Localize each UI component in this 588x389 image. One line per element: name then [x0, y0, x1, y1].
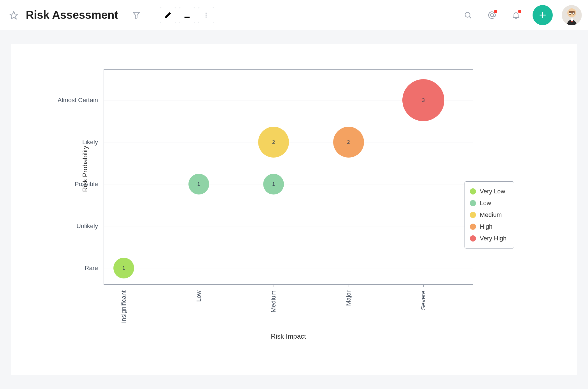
legend-swatch	[470, 224, 476, 230]
gridline	[104, 268, 473, 268]
gridline	[104, 69, 473, 70]
filter-icon[interactable]	[129, 8, 144, 23]
legend-item[interactable]: Low	[470, 197, 507, 209]
mentions-icon[interactable]	[484, 8, 500, 23]
svg-marker-0	[10, 11, 18, 19]
svg-line-6	[470, 17, 471, 18]
x-tick-label: Low	[195, 290, 202, 302]
svg-marker-1	[133, 12, 140, 19]
notifications-badge	[518, 10, 521, 13]
svg-point-7	[491, 13, 494, 17]
svg-point-5	[465, 12, 470, 17]
legend-label: Medium	[480, 211, 502, 219]
risk-bubble[interactable]: 1	[113, 258, 134, 278]
search-icon[interactable]	[460, 8, 475, 23]
legend-swatch	[470, 212, 476, 218]
bell-icon[interactable]	[508, 8, 524, 23]
mentions-badge	[494, 10, 497, 13]
svg-point-2	[206, 13, 207, 14]
divider	[152, 8, 152, 22]
x-tick	[199, 284, 199, 287]
legend-item[interactable]: Very High	[470, 233, 507, 244]
x-tick-label: Medium	[270, 290, 277, 312]
y-tick-label: Rare	[50, 264, 98, 272]
legend-label: Low	[480, 200, 491, 207]
download-button[interactable]	[179, 7, 195, 23]
x-tick	[423, 284, 424, 287]
user-avatar[interactable]	[562, 5, 582, 25]
plot-area: 111223	[104, 69, 473, 285]
star-icon[interactable]	[6, 8, 21, 23]
more-button[interactable]	[198, 7, 214, 23]
legend-label: High	[480, 223, 493, 230]
svg-point-14	[572, 12, 575, 15]
legend-swatch	[470, 200, 476, 206]
legend-item[interactable]: High	[470, 221, 507, 233]
gridline	[104, 184, 473, 184]
svg-rect-15	[571, 18, 573, 21]
x-tick	[274, 284, 274, 287]
risk-bubble[interactable]: 2	[333, 127, 364, 158]
y-axis-title: Risk Probability	[81, 61, 89, 276]
risk-bubble[interactable]: 2	[258, 127, 289, 158]
risk-bubble[interactable]: 1	[188, 174, 209, 195]
x-axis-title: Risk Impact	[104, 332, 473, 340]
x-tick	[349, 284, 349, 287]
legend-label: Very Low	[480, 188, 505, 195]
chart-legend: Very LowLowMediumHighVery High	[465, 181, 514, 249]
legend-item[interactable]: Very Low	[470, 186, 507, 197]
x-tick-label: Insignificant	[120, 290, 127, 323]
legend-item[interactable]: Medium	[470, 209, 507, 221]
chart-card: Risk Probability 111223 RareUnlikelyPoss…	[11, 44, 577, 375]
y-tick-label: Possible	[50, 181, 98, 188]
y-tick-label: Almost Certain	[50, 97, 98, 104]
risk-bubble[interactable]: 3	[402, 79, 444, 121]
svg-point-13	[569, 12, 571, 15]
workspace: Risk Probability 111223 RareUnlikelyPoss…	[0, 30, 588, 389]
legend-swatch	[470, 235, 476, 242]
risk-bubble[interactable]: 1	[263, 174, 284, 195]
x-tick-label: Severe	[420, 290, 427, 310]
svg-point-3	[206, 15, 207, 16]
legend-label: Very High	[480, 235, 507, 242]
page-title: Risk Assessment	[26, 9, 118, 21]
risk-chart: Risk Probability 111223 RareUnlikelyPoss…	[50, 61, 473, 341]
app-header: Risk Assessment	[0, 0, 588, 30]
gridline	[104, 226, 473, 226]
x-tick-label: Major	[345, 290, 352, 306]
legend-swatch	[470, 188, 476, 195]
y-tick-label: Likely	[50, 139, 98, 146]
add-button[interactable]	[533, 5, 553, 25]
y-tick-label: Unlikely	[50, 222, 98, 230]
edit-button[interactable]	[160, 7, 176, 23]
x-tick	[124, 284, 124, 287]
svg-point-4	[206, 17, 207, 18]
